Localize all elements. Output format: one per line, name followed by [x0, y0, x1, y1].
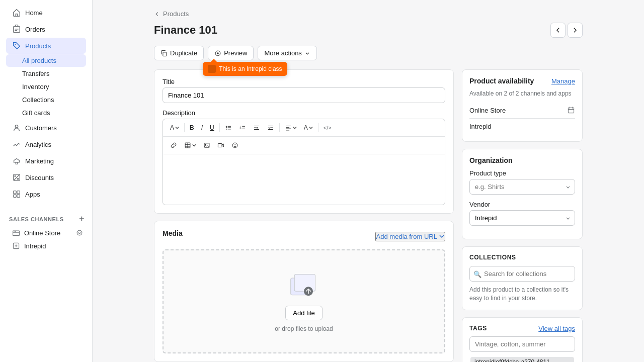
page-header: Finance 101 [154, 23, 583, 38]
sidebar-item-home[interactable]: Home [6, 5, 86, 21]
page-title: Finance 101 [154, 24, 217, 37]
sidebar-item-products-label: Products [25, 42, 51, 50]
rte-bold-btn[interactable]: B [187, 122, 197, 133]
media-card: Media Add media from URL [154, 221, 454, 362]
tags-chips-area: intrepid|ef9fdcba-a270-4811-beb2... × [469, 356, 575, 362]
view-all-tags-link[interactable]: View all tags [538, 325, 575, 332]
tag-chip: intrepid|ef9fdcba-a270-4811-beb2... × [470, 357, 574, 362]
sidebar-item-analytics[interactable]: Analytics [6, 136, 86, 152]
rte-content-area[interactable] [163, 154, 445, 205]
sidebar-item-customers[interactable]: Customers [6, 120, 86, 136]
prev-product-button[interactable] [550, 23, 566, 38]
rte-font-btn[interactable]: A [167, 122, 182, 133]
svg-point-13 [15, 231, 16, 232]
rte-video-btn[interactable] [214, 140, 227, 151]
rte-table-btn[interactable] [181, 140, 199, 151]
sidebar-item-apps[interactable]: Apps [6, 186, 86, 202]
svg-rect-3 [16, 162, 18, 164]
tooltip-popup: This is an Intrepid class [203, 62, 287, 76]
sidebar-sub-inventory[interactable]: Inventory [6, 80, 86, 93]
preview-button[interactable]: Preview [208, 46, 254, 60]
rte-source-btn[interactable]: </> [320, 123, 335, 133]
title-input[interactable] [163, 87, 445, 103]
svg-rect-35 [568, 108, 574, 113]
collections-card: COLLECTIONS 🔍 Add this product to a coll… [462, 246, 583, 310]
main-content: Products Finance 101 Duplicate [93, 0, 644, 362]
drop-hint: or drop files to upload [275, 325, 333, 332]
rte-italic-btn[interactable]: I [198, 122, 206, 133]
content-layout: Title Description A B [154, 69, 583, 362]
discounts-icon [12, 173, 21, 182]
vendor-group: Vendor [469, 201, 575, 226]
chevron-left-icon [154, 11, 160, 17]
vendor-label: Vendor [469, 201, 575, 208]
rte-align-btn[interactable] [282, 122, 300, 133]
manage-availability-link[interactable]: Manage [551, 77, 575, 85]
add-media-url-button[interactable]: Add media from URL [375, 232, 445, 241]
next-product-button[interactable] [568, 23, 583, 38]
tags-card: TAGS View all tags intrepid|ef9fdcba-a27… [462, 317, 583, 362]
product-type-input[interactable] [469, 179, 575, 195]
rte-list-unordered-btn[interactable] [222, 122, 235, 133]
orders-icon [12, 25, 21, 34]
svg-rect-7 [14, 191, 16, 194]
sales-channels-label: SALES CHANNELS ＋ [0, 207, 92, 226]
svg-point-20 [225, 126, 226, 127]
sidebar-item-discounts[interactable]: Discounts [6, 169, 86, 186]
sidebar-item-orders[interactable]: Orders [6, 21, 86, 37]
rte-underline-btn[interactable]: U [207, 122, 217, 133]
rte-text-color-btn[interactable]: A [301, 122, 316, 133]
sidebar-item-analytics-label: Analytics [25, 141, 51, 148]
svg-rect-9 [14, 195, 16, 197]
calendar-icon[interactable] [567, 106, 575, 114]
add-channel-icon[interactable]: ＋ [77, 214, 86, 224]
tooltip-intrepid-icon [208, 65, 216, 73]
sidebar-item-marketing[interactable]: Marketing [6, 153, 86, 169]
rte-emoji-btn[interactable] [228, 140, 242, 151]
sidebar-channel-intrepid[interactable]: Intrepid [3, 239, 89, 252]
customers-icon [12, 123, 21, 132]
online-store-icon [12, 229, 20, 237]
product-availability-header: Product availability Manage [469, 77, 575, 85]
collections-title: COLLECTIONS [469, 254, 516, 261]
rte-indent-btn[interactable] [250, 122, 263, 133]
duplicate-button[interactable]: Duplicate [154, 46, 204, 60]
media-title: Media [163, 229, 183, 237]
media-dropzone[interactable]: Add file or drop files to upload [163, 249, 445, 353]
organization-card: Organization Product type Vendor [462, 149, 583, 239]
sidebar-item-marketing-label: Marketing [25, 157, 54, 165]
tags-input[interactable] [469, 336, 575, 352]
rte-list-ordered-btn[interactable]: 1.2. [236, 122, 249, 133]
search-icon: 🔍 [473, 270, 481, 278]
sidebar-sub-transfers[interactable]: Transfers [6, 67, 86, 80]
svg-point-29 [232, 143, 237, 148]
content-side: Product availability Manage Available on… [462, 69, 583, 362]
sidebar: Home Orders Products All products Transf… [0, 0, 93, 362]
sidebar-item-products[interactable]: Products [6, 38, 86, 54]
sidebar-channel-online-store[interactable]: Online Store [3, 226, 89, 239]
upload-icon [289, 270, 319, 301]
svg-rect-17 [163, 52, 167, 56]
collections-search-wrapper: 🔍 [469, 266, 575, 282]
rte-outdent-btn[interactable] [264, 122, 277, 133]
channel-online-store: Online Store [469, 102, 575, 119]
more-actions-button[interactable]: More actions [258, 46, 316, 60]
svg-rect-8 [17, 191, 20, 194]
sidebar-sub-collections[interactable]: Collections [6, 94, 86, 106]
sidebar-sub-gift-cards[interactable]: Gift cards [6, 107, 86, 119]
svg-point-14 [77, 230, 82, 235]
svg-rect-10 [17, 195, 20, 197]
intrepid-icon [12, 242, 20, 250]
svg-point-1 [15, 44, 16, 45]
collections-search-input[interactable] [469, 266, 575, 282]
online-store-settings-icon[interactable] [76, 229, 83, 236]
sidebar-item-apps-label: Apps [25, 191, 40, 198]
sidebar-sub-all-products[interactable]: All products [6, 54, 86, 67]
rte-link-btn[interactable] [167, 140, 180, 151]
vendor-input[interactable] [469, 210, 575, 226]
breadcrumb-link[interactable]: Products [163, 10, 189, 18]
add-file-button[interactable]: Add file [285, 306, 322, 320]
rte-image-btn[interactable] [200, 140, 213, 151]
rte-toolbar-row2 [163, 137, 445, 154]
apps-icon [12, 190, 21, 199]
